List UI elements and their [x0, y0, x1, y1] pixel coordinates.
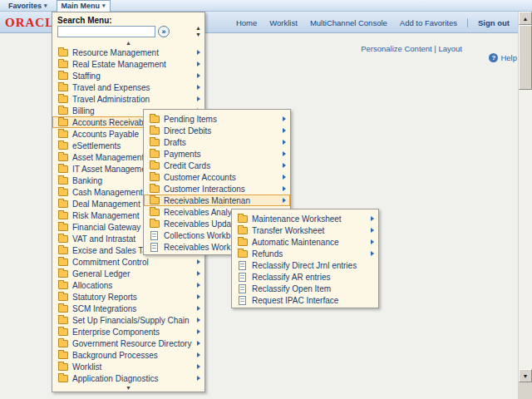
folder-icon: [58, 247, 68, 254]
personalize-content-link[interactable]: Personalize Content | Layout: [361, 44, 462, 53]
folder-icon: [58, 305, 68, 313]
help-label: Help: [500, 53, 517, 62]
document-icon: [239, 296, 246, 305]
menu-scroll-up[interactable]: ▲: [52, 39, 204, 47]
folder-icon: [150, 139, 160, 146]
header-link[interactable]: Home: [236, 18, 257, 27]
menu-item[interactable]: Payments: [144, 148, 290, 160]
menu-item[interactable]: Enterprise Components: [52, 326, 204, 337]
folder-icon: [150, 127, 160, 135]
header-link[interactable]: Add to Favorites: [400, 18, 457, 27]
menu-item[interactable]: Credit Cards: [144, 160, 290, 171]
vertical-scrollbar[interactable]: ▲ ▼: [518, 12, 532, 399]
folder-icon: [58, 84, 68, 91]
menu-item-label: Request IPAC Interface: [252, 296, 374, 305]
favorites-label: Favorites: [8, 2, 42, 10]
menu-item[interactable]: Reclassify Direct Jrnl entries: [232, 259, 378, 271]
menu-item[interactable]: Reclassify Open Item: [232, 283, 378, 294]
menu-item[interactable]: Maintenance Worksheet: [232, 213, 378, 224]
menu-item[interactable]: Staffing: [52, 70, 204, 81]
submenu-arrow-icon: [197, 294, 200, 299]
sign-out-link[interactable]: Sign out: [467, 18, 510, 27]
menu-item[interactable]: Customer Accounts: [144, 171, 290, 183]
help-link[interactable]: ? Help: [489, 53, 517, 62]
folder-icon: [58, 224, 68, 231]
menu-item[interactable]: General Ledger: [52, 268, 204, 279]
menu-item[interactable]: Statutory Reports: [52, 291, 204, 303]
folder-icon: [58, 270, 68, 278]
menu-item-label: Direct Debits: [164, 126, 280, 135]
menu-item[interactable]: Drafts: [144, 136, 290, 148]
menu-item[interactable]: Application Diagnostics: [52, 372, 204, 384]
document-icon: [150, 243, 158, 252]
menu-item-label: Background Processes: [72, 351, 195, 360]
folder-icon: [238, 227, 248, 234]
menu-item[interactable]: Request IPAC Interface: [232, 294, 378, 306]
menu-item-label: Set Up Financials/Supply Chain: [72, 316, 195, 325]
menu-item[interactable]: Automatic Maintenance: [232, 236, 378, 248]
menu-item[interactable]: Worklist: [52, 361, 204, 372]
document-icon: [239, 273, 246, 282]
menu-item[interactable]: Reclassify AR entries: [232, 271, 378, 283]
submenu-arrow-icon: [197, 341, 200, 346]
menu-item[interactable]: Direct Debits: [144, 125, 290, 136]
menu-item[interactable]: Refunds: [232, 248, 378, 259]
folder-icon: [58, 49, 68, 57]
folder-icon: [238, 215, 248, 223]
favorites-menu-button[interactable]: Favorites ▾: [4, 0, 52, 12]
menu-item[interactable]: Set Up Financials/Supply Chain: [52, 314, 204, 326]
header-link[interactable]: Worklist: [269, 18, 298, 27]
menu-item-label: Automatic Maintenance: [252, 238, 368, 247]
menu-item[interactable]: Customer Interactions: [144, 183, 290, 195]
menu-item[interactable]: Receivables Maintenan: [144, 195, 290, 206]
folder-icon: [58, 293, 68, 301]
menu-item[interactable]: Resource Management: [52, 47, 204, 58]
scroll-up-icon: ▲: [195, 25, 201, 31]
folder-icon: [58, 259, 68, 266]
submenu-arrow-icon: [197, 73, 200, 78]
menu-item-label: Travel and Expenses: [72, 83, 195, 92]
menu-item[interactable]: Allocations: [52, 279, 204, 291]
document-icon: [150, 231, 158, 240]
main-menu-button[interactable]: Main Menu ▾: [57, 0, 111, 12]
folder-icon: [58, 375, 68, 382]
folder-icon: [58, 328, 68, 336]
folder-icon: [58, 235, 68, 243]
menu-item[interactable]: Travel and Expenses: [52, 81, 204, 93]
folder-icon: [58, 119, 68, 126]
menu-item[interactable]: Travel Administration: [52, 93, 204, 105]
menu-item-label: Government Resource Directory: [72, 339, 195, 348]
menu-item[interactable]: Commitment Control: [52, 256, 204, 268]
menu-item[interactable]: Background Processes: [52, 349, 204, 361]
folder-icon: [150, 220, 160, 228]
submenu-arrow-icon: [283, 128, 286, 133]
menu-item[interactable]: Real Estate Management: [52, 58, 204, 70]
folder-icon: [58, 96, 68, 103]
submenu-arrow-icon: [197, 259, 200, 264]
main-menu-label: Main Menu: [62, 2, 101, 10]
search-go-button[interactable]: »: [158, 26, 170, 37]
header-link[interactable]: MultiChannel Console: [310, 18, 387, 27]
menu-item[interactable]: Government Resource Directory: [52, 337, 204, 349]
folder-icon: [58, 212, 68, 219]
menu-item[interactable]: Pending Items: [144, 113, 290, 125]
menu-item-label: Refunds: [252, 249, 368, 259]
menu-search-input[interactable]: [57, 26, 155, 37]
submenu-arrow-icon: [197, 50, 200, 55]
submenu-arrow-icon: [283, 175, 286, 180]
scrollbar-down-button[interactable]: ▼: [519, 369, 532, 382]
folder-icon: [58, 72, 68, 80]
document-icon: [239, 261, 246, 270]
menu-resize-control[interactable]: ▲ ▼: [195, 25, 201, 37]
scrollbar-up-button[interactable]: ▲: [519, 12, 532, 25]
menu-item[interactable]: SCM Integrations: [52, 303, 204, 314]
menu-item-label: Receivables Maintenan: [164, 196, 280, 205]
menu-item-label: Resource Management: [72, 48, 195, 57]
menu-item-label: Reclassify Direct Jrnl entries: [252, 261, 374, 270]
menu-item-label: Payments: [164, 150, 280, 159]
folder-icon: [58, 317, 68, 324]
scrollbar-thumb[interactable]: [519, 25, 532, 90]
menu-scroll-down[interactable]: ▼: [52, 384, 204, 392]
menu-item[interactable]: Transfer Worksheet: [232, 224, 378, 236]
menu-item-label: Real Estate Management: [72, 60, 195, 69]
